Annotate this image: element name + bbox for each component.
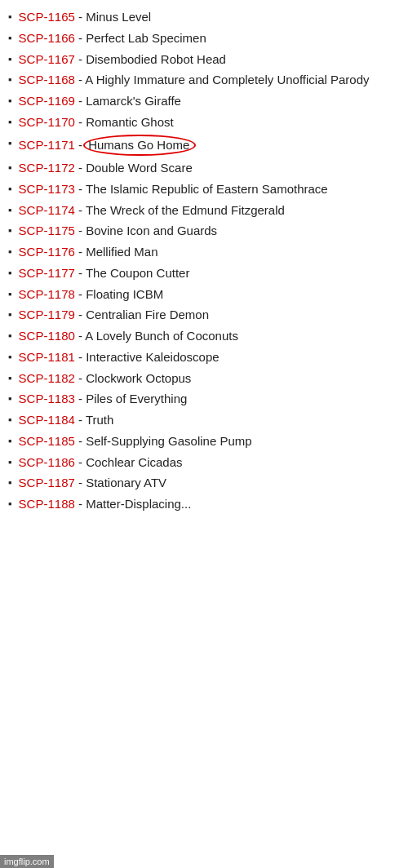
- item-text: SCP-1184 - Truth: [19, 411, 395, 429]
- bullet-icon: ▪: [8, 52, 12, 68]
- item-desc: - The Wreck of the Edmund Fitzgerald: [75, 203, 285, 217]
- bullet-icon: ▪: [8, 203, 12, 219]
- item-desc: - Stationary ATV: [75, 476, 166, 489]
- bullet-icon: ▪: [8, 308, 12, 323]
- bullet-icon: ▪: [8, 392, 12, 407]
- list-item: ▪SCP-1187 - Stationary ATV: [8, 474, 395, 492]
- item-text: SCP-1171 - Humans Go Home: [19, 135, 395, 157]
- scp-link[interactable]: SCP-1184: [19, 413, 75, 427]
- scp-link[interactable]: SCP-1186: [19, 455, 75, 469]
- item-desc: - Minus Level: [75, 10, 151, 24]
- item-text: SCP-1185 - Self-Supplying Gasoline Pump: [19, 432, 395, 450]
- list-item: ▪SCP-1174 - The Wreck of the Edmund Fitz…: [8, 202, 395, 219]
- bullet-icon: ▪: [8, 136, 12, 152]
- list-item: ▪SCP-1176 - Mellified Man: [8, 243, 395, 261]
- list-item: ▪SCP-1168 - A Highly Immature and Comple…: [8, 71, 395, 89]
- bullet-icon: ▪: [8, 287, 12, 303]
- item-text: SCP-1187 - Stationary ATV: [19, 474, 395, 492]
- item-desc: - Floating ICBM: [75, 287, 163, 301]
- scp-link[interactable]: SCP-1173: [19, 182, 75, 196]
- list-item: ▪SCP-1170 - Romantic Ghost: [8, 113, 395, 131]
- item-text: SCP-1165 - Minus Level: [19, 8, 395, 26]
- list-item: ▪SCP-1166 - Perfect Lab Specimen: [8, 29, 395, 47]
- list-item: ▪SCP-1169 - Lamarck's Giraffe: [8, 92, 395, 110]
- list-item: ▪SCP-1178 - Floating ICBM: [8, 286, 395, 303]
- item-desc: - Clockwork Octopus: [75, 371, 192, 385]
- item-text: SCP-1178 - Floating ICBM: [19, 286, 395, 303]
- item-text: SCP-1172 - Double Word Scare: [19, 159, 395, 177]
- bullet-icon: ▪: [8, 434, 12, 450]
- scp-link[interactable]: SCP-1182: [19, 371, 75, 385]
- scp-link[interactable]: SCP-1171: [19, 138, 75, 152]
- scp-link[interactable]: SCP-1167: [19, 52, 75, 66]
- scp-link[interactable]: SCP-1177: [19, 266, 75, 280]
- imgflip-badge: imgflip.com: [0, 855, 54, 868]
- item-desc: - The Coupon Cutter: [75, 266, 190, 280]
- scp-link[interactable]: SCP-1172: [19, 161, 75, 175]
- list-item: ▪SCP-1183 - Piles of Everything: [8, 390, 395, 408]
- item-desc: - Disembodied Robot Head: [75, 52, 226, 66]
- list-item: ▪SCP-1165 - Minus Level: [8, 8, 395, 26]
- item-desc: - Piles of Everything: [75, 392, 188, 405]
- list-item: ▪SCP-1181 - Interactive Kaleidoscope: [8, 348, 395, 366]
- item-text: SCP-1182 - Clockwork Octopus: [19, 370, 395, 388]
- bullet-icon: ▪: [8, 413, 12, 428]
- item-text: SCP-1170 - Romantic Ghost: [19, 113, 395, 131]
- bullet-icon: ▪: [8, 182, 12, 197]
- item-desc: - Centralian Fire Demon: [75, 308, 209, 321]
- list-item: ▪SCP-1188 - Matter-Displacing...: [8, 495, 395, 513]
- item-text: SCP-1180 - A Lovely Bunch of Coconuts: [19, 327, 395, 345]
- bullet-icon: ▪: [8, 245, 12, 260]
- item-text: SCP-1177 - The Coupon Cutter: [19, 264, 395, 282]
- scp-link[interactable]: SCP-1165: [19, 10, 75, 24]
- bullet-icon: ▪: [8, 73, 12, 88]
- item-desc: - Perfect Lab Specimen: [75, 31, 206, 45]
- item-desc: - Bovine Icon and Guards: [75, 224, 217, 237]
- item-text: SCP-1174 - The Wreck of the Edmund Fitzg…: [19, 202, 395, 219]
- item-text: SCP-1167 - Disembodied Robot Head: [19, 51, 395, 69]
- item-text: SCP-1183 - Piles of Everything: [19, 390, 395, 408]
- scp-link[interactable]: SCP-1181: [19, 350, 75, 364]
- item-desc: - Double Word Scare: [75, 161, 193, 175]
- list-item: ▪SCP-1182 - Clockwork Octopus: [8, 370, 395, 388]
- item-desc: - Mellified Man: [75, 245, 158, 259]
- scp-link[interactable]: SCP-1170: [19, 115, 75, 129]
- item-text: SCP-1181 - Interactive Kaleidoscope: [19, 348, 395, 366]
- item-text: SCP-1175 - Bovine Icon and Guards: [19, 222, 395, 240]
- item-desc: - Matter-Displacing...: [75, 497, 192, 511]
- scp-link[interactable]: SCP-1178: [19, 287, 75, 301]
- list-item: ▪SCP-1173 - The Islamic Republic of East…: [8, 180, 395, 198]
- bullet-icon: ▪: [8, 10, 12, 25]
- scp-link[interactable]: SCP-1180: [19, 329, 75, 343]
- item-desc: - A Lovely Bunch of Coconuts: [75, 329, 238, 343]
- item-desc: - Truth: [75, 413, 114, 427]
- scp-link[interactable]: SCP-1176: [19, 245, 75, 259]
- scp-link[interactable]: SCP-1169: [19, 94, 75, 108]
- list-item: ▪SCP-1184 - Truth: [8, 411, 395, 429]
- bullet-icon: ▪: [8, 455, 12, 471]
- bullet-icon: ▪: [8, 371, 12, 387]
- scp-link[interactable]: SCP-1185: [19, 434, 75, 448]
- item-desc: - Cochlear Cicadas: [75, 455, 183, 469]
- scp-link[interactable]: SCP-1183: [19, 392, 75, 405]
- item-text: SCP-1186 - Cochlear Cicadas: [19, 454, 395, 472]
- item-text: SCP-1173 - The Islamic Republic of Easte…: [19, 180, 395, 198]
- bullet-icon: ▪: [8, 476, 12, 491]
- scp-link[interactable]: SCP-1175: [19, 224, 75, 237]
- list-item: ▪SCP-1172 - Double Word Scare: [8, 159, 395, 177]
- list-item: ▪SCP-1180 - A Lovely Bunch of Coconuts: [8, 327, 395, 345]
- scp-link[interactable]: SCP-1188: [19, 497, 75, 511]
- scp-link[interactable]: SCP-1168: [19, 73, 75, 86]
- list-item: ▪SCP-1186 - Cochlear Cicadas: [8, 454, 395, 472]
- bullet-icon: ▪: [8, 497, 12, 512]
- scp-link[interactable]: SCP-1174: [19, 203, 75, 217]
- item-text: SCP-1179 - Centralian Fire Demon: [19, 306, 395, 324]
- bullet-icon: ▪: [8, 350, 12, 365]
- scp-link[interactable]: SCP-1187: [19, 476, 75, 489]
- list-item: ▪SCP-1171 - Humans Go Home: [8, 135, 395, 157]
- scp-link[interactable]: SCP-1166: [19, 31, 75, 45]
- scp-link[interactable]: SCP-1179: [19, 308, 75, 321]
- item-desc: - A Highly Immature and Completely Unoff…: [75, 73, 370, 86]
- item-desc: - Self-Supplying Gasoline Pump: [75, 434, 252, 448]
- bullet-icon: ▪: [8, 115, 12, 131]
